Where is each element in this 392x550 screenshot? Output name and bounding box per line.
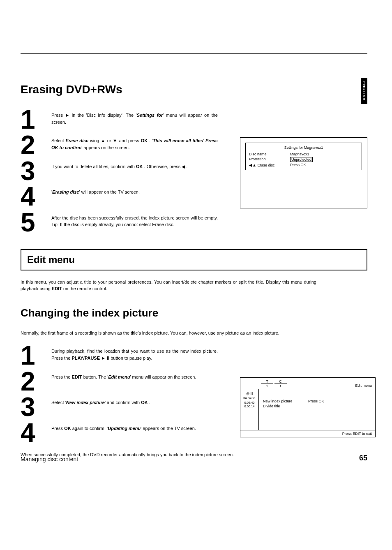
step-number: 1 — [21, 109, 45, 131]
step-text: 'Erasing disc' will appear on the TV scr… — [51, 185, 218, 208]
step-row: 4Press OK again to confirm. 'Updating me… — [21, 422, 218, 444]
changing-steps: 1During playback, find the location that… — [21, 344, 218, 447]
step-row: 1Press ► in the 'Disc info display'. The… — [21, 109, 218, 131]
page-number: 65 — [359, 454, 367, 462]
horizontal-rule — [21, 53, 367, 54]
tc-c-label: C — [274, 379, 287, 384]
erasing-steps: 1Press ► in the 'Disc info display'. The… — [21, 109, 218, 237]
tv-row-value: Press OK — [290, 163, 331, 167]
step-text: Press OK again to confirm. 'Updating men… — [51, 422, 218, 444]
step-text: During playback, find the location that … — [51, 344, 218, 367]
step-row: 3If you want to delete all titles, confi… — [21, 160, 218, 182]
tv-row-label: ◀▲ Erase disc — [249, 163, 286, 167]
step-text: Select Erase discusing ▲ or ▼ and press … — [51, 134, 218, 156]
h2-edit-menu: Edit menu — [21, 249, 367, 270]
tv-row-value: Unprotected — [290, 157, 331, 162]
side-time2: 0:00:14 — [242, 404, 257, 409]
tc-t-val: 1 — [261, 384, 273, 388]
edit-menu-label: Edit menu — [355, 384, 372, 388]
edit-row-label: New index picture — [263, 399, 308, 403]
step-row: 2Press the EDIT button. The 'Edit menu' … — [21, 370, 218, 393]
step-row: 1During playback, find the location that… — [21, 344, 218, 367]
language-tab: ENGLISH — [361, 78, 367, 104]
page-footer: Managing disc content 65 — [21, 454, 367, 462]
step-text: If you want to delete all titles, confir… — [51, 160, 218, 182]
edit-row: New index picturePress OK — [263, 399, 371, 403]
step-number: 4 — [21, 185, 45, 208]
step-number: 3 — [21, 160, 45, 182]
step-row: 4'Erasing disc' will appear on the TV sc… — [21, 185, 218, 208]
tv-row-label: Protection — [249, 157, 286, 162]
edit-sidebar: ⊕ II RW pause 0:03:40 0:00:14 — [240, 389, 259, 430]
step-text: After the disc has been successfully era… — [51, 211, 218, 233]
edit-row-label: Divide title — [263, 404, 308, 408]
edit-footer-hint: Press EDIT to exit — [240, 430, 375, 437]
tc-t-label: T — [261, 379, 273, 384]
footer-section-name: Managing disc content — [21, 456, 78, 462]
tc-c-val: 1 — [274, 384, 287, 388]
tv-screenshot-editmenu: T C 1 1 ⊕ II RW pause 0:03:40 0:00:14 — [240, 377, 376, 437]
step-number: 1 — [21, 344, 45, 367]
edit-row-value — [308, 404, 341, 408]
step-text: Press the EDIT button. The 'Edit menu' m… — [51, 370, 218, 393]
tv-screenshot-settings: Settings for Magnavox1 Disc nameMagnavox… — [240, 137, 367, 208]
step-number: 5 — [21, 211, 45, 233]
tv-row-label: Disc name — [249, 152, 286, 156]
step-row: 2Select Erase discusing ▲ or ▼ and press… — [21, 134, 218, 156]
step-row: 5After the disc has been successfully er… — [21, 211, 218, 233]
edit-row: Divide title — [263, 404, 371, 408]
h2-changing-index: Changing the index picture — [21, 307, 367, 319]
tv-row-value: Magnavox1 — [290, 152, 331, 156]
step-number: 2 — [21, 370, 45, 393]
erasing-tv-panel: Settings for Magnavox1 Disc nameMagnavox… — [240, 109, 367, 237]
step-number: 3 — [21, 396, 45, 418]
side-time1: 0:03:40 — [242, 401, 257, 405]
step-number: 4 — [21, 422, 45, 444]
changing-tv-panel: T C 1 1 ⊕ II RW pause 0:03:40 0:00:14 — [240, 377, 367, 447]
edit-row-value: Press OK — [308, 399, 341, 403]
step-text: Select 'New index picture' and confirm w… — [51, 396, 218, 418]
step-row: 3Select 'New index picture' and confirm … — [21, 396, 218, 418]
tv-title: Settings for Magnavox1 — [249, 146, 358, 150]
h1-erasing: Erasing DVD+RWs — [21, 83, 367, 96]
step-number: 2 — [21, 134, 45, 156]
changing-intro: Normally, the first frame of a recording… — [21, 330, 316, 337]
step-text: Press ► in the 'Disc info display'. The … — [51, 109, 218, 131]
edit-menu-paragraph: In this menu, you can adjust a title to … — [21, 279, 316, 292]
